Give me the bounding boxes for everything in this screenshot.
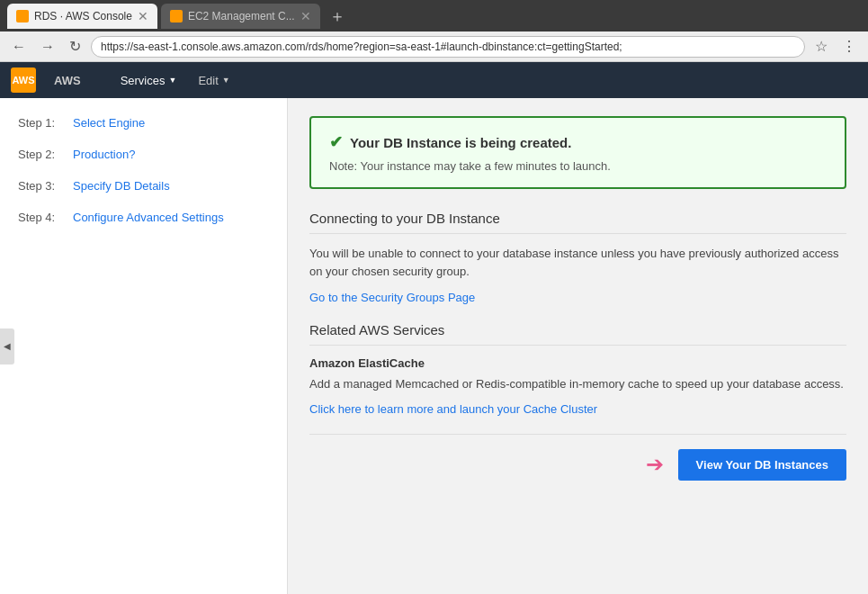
step-1-link[interactable]: Select Engine [73,116,145,130]
success-icon: ✔ [329,132,343,152]
tab-rds[interactable]: RDS · AWS Console ✕ [7,4,157,29]
arrow-icon: ➔ [646,452,664,477]
tab-ec2-close[interactable]: ✕ [300,9,311,23]
step-4-link[interactable]: Configure Advanced Settings [73,211,224,224]
connecting-section: Connecting to your DB Instance You will … [309,211,846,304]
forward-button[interactable]: → [36,37,59,57]
browser-chrome: RDS · AWS Console ✕ EC2 Management C... … [0,0,868,32]
services-menu[interactable]: Services ▼ [110,62,188,98]
aws-header: AWS AWS Services ▼ Edit ▼ [0,62,868,98]
connecting-title: Connecting to your DB Instance [309,211,846,234]
step-1-item: Step 1: Select Engine [18,116,269,130]
bookmark-button[interactable]: ☆ [810,36,832,57]
elasticache-link[interactable]: Click here to learn more and launch your… [309,402,597,416]
edit-menu[interactable]: Edit ▼ [187,62,240,98]
step-3-label: Step 3: [18,179,67,193]
step-2-link[interactable]: Production? [73,148,135,161]
bottom-bar: ➔ View Your DB Instances [309,434,846,481]
tab-ec2[interactable]: EC2 Management C... ✕ [161,4,320,29]
main-layout: ◀ Step 1: Select Engine Step 2: Producti… [0,98,868,594]
new-tab-button[interactable]: ＋ [324,5,351,27]
view-db-instances-button[interactable]: View Your DB Instances [678,449,846,481]
success-title: ✔ Your DB Instance is being created. [329,132,827,152]
tab-ec2-label: EC2 Management C... [188,10,295,22]
sidebar: ◀ Step 1: Select Engine Step 2: Producti… [0,98,288,594]
edit-caret: ▼ [222,76,230,85]
aws-brand[interactable]: AWS [43,62,92,98]
browser-nav: ← → ↻ ☆ ⋮ [0,32,868,62]
success-note: Note: Your instance may take a few minut… [329,159,827,173]
tab-rds-close[interactable]: ✕ [138,9,148,23]
connecting-body: You will be unable to connect to your da… [309,245,846,280]
aws-logo: AWS [11,68,36,93]
tab-rds-label: RDS · AWS Console [34,10,132,22]
rds-tab-icon [16,10,29,22]
elasticache-name: Amazon ElastiCache [309,356,846,370]
content-area: ✔ Your DB Instance is being created. Not… [288,98,868,594]
step-4-item: Step 4: Configure Advanced Settings [18,211,269,224]
step-2-label: Step 2: [18,148,67,161]
step-4-label: Step 4: [18,211,67,224]
sidebar-toggle[interactable]: ◀ [0,328,14,364]
step-3-link[interactable]: Specify DB Details [73,179,170,193]
related-title: Related AWS Services [309,322,846,346]
services-caret: ▼ [168,76,176,85]
success-title-text: Your DB Instance is being created. [350,135,571,150]
menu-button[interactable]: ⋮ [837,36,861,57]
elasticache-desc: Add a managed Memcached or Redis-compati… [309,375,846,393]
security-groups-link[interactable]: Go to the Security Groups Page [309,291,475,304]
back-button[interactable]: ← [7,37,31,57]
step-1-label: Step 1: [18,116,67,130]
step-3-item: Step 3: Specify DB Details [18,179,269,193]
related-section: Related AWS Services Amazon ElastiCache … [309,322,846,416]
ec2-tab-icon [170,10,183,22]
url-bar[interactable] [91,36,805,58]
reload-button[interactable]: ↻ [65,36,85,57]
success-box: ✔ Your DB Instance is being created. Not… [309,116,846,189]
step-2-item: Step 2: Production? [18,148,269,161]
